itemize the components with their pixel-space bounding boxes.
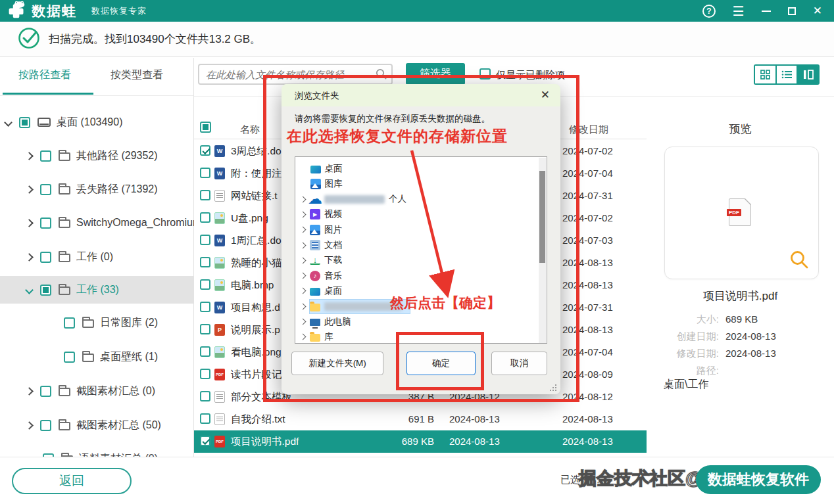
file-checkbox[interactable]: [200, 369, 210, 379]
tree-checkbox[interactable]: [40, 252, 51, 263]
tree-checkbox[interactable]: [40, 285, 51, 296]
expander-down-icon[interactable]: [25, 286, 34, 294]
dialog-scrollbar-thumb[interactable]: [539, 171, 545, 263]
dialog-tree-item[interactable]: 库: [298, 329, 337, 344]
scan-status-bar: 扫描完成。找到103490个文件共13.2 GB。: [0, 22, 834, 57]
expander-right-icon[interactable]: [300, 196, 307, 202]
expander-down-icon[interactable]: [4, 118, 12, 127]
file-checkbox[interactable]: [200, 436, 210, 446]
file-row[interactable]: PDF项目说明书.pdf689 KB2024-08-132024-08-13: [194, 430, 647, 453]
file-checkbox[interactable]: [200, 168, 210, 178]
preview-zoom-icon[interactable]: [789, 250, 809, 272]
column-header-modified[interactable]: 修改日期: [569, 124, 608, 136]
tree-item-label: 截图素材汇总 (0): [76, 384, 155, 398]
dialog-tree-item[interactable]: ♪音乐: [298, 268, 346, 283]
dialog-tree-item[interactable]: 此电脑: [298, 314, 355, 329]
expander-right-icon[interactable]: [300, 257, 307, 263]
tree-checkbox[interactable]: [19, 117, 30, 128]
file-checkbox[interactable]: [200, 413, 210, 424]
file-name: U盘.png: [231, 212, 268, 225]
sidebar-tree-item[interactable]: 截图素材汇总 (0): [0, 377, 194, 405]
file-checkbox[interactable]: [200, 190, 210, 200]
dialog-tree-item[interactable]: ▶视频: [298, 207, 346, 222]
tab-view-by-path[interactable]: 按路径查看: [18, 68, 71, 82]
file-checkbox[interactable]: [200, 302, 210, 312]
preview-field-label: 大小:: [647, 313, 719, 326]
expander-right-icon[interactable]: [300, 273, 307, 279]
dialog-tree-item[interactable]: ↓下载: [298, 253, 346, 268]
filter-button[interactable]: 筛选器: [406, 63, 465, 85]
column-view-button[interactable]: [798, 66, 818, 83]
sidebar-tree-item[interactable]: 桌面壁纸 (1): [0, 343, 194, 371]
file-row[interactable]: 自我介绍.txt691 B2024-08-132024-08-13: [194, 408, 647, 430]
file-type-icon-img: [214, 257, 225, 269]
show-deleted-only-checkbox[interactable]: [479, 68, 491, 80]
expander-right-icon[interactable]: [25, 152, 34, 160]
dialog-tree-item[interactable]: ☁个人: [298, 192, 410, 207]
tab-view-by-type[interactable]: 按类型查看: [110, 68, 163, 82]
tree-checkbox[interactable]: [40, 184, 51, 195]
file-checkbox[interactable]: [200, 145, 210, 156]
search-input[interactable]: [198, 64, 393, 85]
file-checkbox[interactable]: [200, 257, 210, 267]
select-all-checkbox[interactable]: [200, 122, 211, 133]
grid-view-button[interactable]: [755, 66, 777, 83]
menu-icon[interactable]: ☰: [733, 5, 745, 18]
dialog-close-icon[interactable]: ✕: [541, 88, 550, 102]
sidebar-tree-item[interactable]: 丢失路径 (71392): [0, 175, 194, 203]
tree-item-label: 日常图库 (2): [100, 316, 158, 330]
cancel-button[interactable]: 取消: [491, 352, 547, 375]
expander-right-icon[interactable]: [25, 219, 34, 227]
expander-right-icon[interactable]: [25, 185, 34, 194]
sidebar-tree-item[interactable]: 日常图库 (2): [0, 309, 194, 336]
dialog-tree-item[interactable]: 桌面: [298, 161, 347, 176]
tree-checkbox[interactable]: [40, 420, 51, 431]
expander-right-icon[interactable]: [300, 303, 307, 309]
dialog-tree-item[interactable]: [298, 299, 410, 314]
dialog-tree-item[interactable]: 图片: [298, 222, 346, 237]
expander-right-icon[interactable]: [25, 387, 34, 396]
close-icon[interactable]: ✕: [813, 4, 822, 18]
back-button[interactable]: 返回: [12, 468, 132, 494]
tree-checkbox[interactable]: [40, 218, 51, 229]
dialog-tree-item[interactable]: 文档: [298, 238, 346, 253]
expander-right-icon[interactable]: [300, 319, 307, 325]
sidebar-tree-item[interactable]: 其他路径 (29352): [0, 142, 194, 170]
dialog-resize-grip[interactable]: [549, 384, 557, 392]
preview-field-label: 创建日期:: [647, 331, 719, 343]
file-checkbox[interactable]: [200, 212, 210, 223]
tree-checkbox[interactable]: [64, 352, 75, 363]
file-modified-date: 2024-08-09: [562, 369, 641, 380]
file-checkbox[interactable]: [200, 346, 210, 357]
expander-right-icon[interactable]: [300, 288, 307, 294]
sidebar-tree-item[interactable]: 截图素材汇总 (50): [0, 411, 194, 439]
tree-checkbox[interactable]: [40, 150, 51, 162]
column-header-name[interactable]: 名称: [240, 124, 260, 136]
list-view-button[interactable]: [777, 66, 798, 83]
file-checkbox[interactable]: [200, 391, 210, 401]
file-checkbox[interactable]: [200, 324, 210, 334]
maximize-icon[interactable]: [788, 7, 796, 15]
sidebar-tree-item[interactable]: 工作 (33): [0, 276, 194, 304]
file-checkbox[interactable]: [200, 235, 210, 245]
tree-checkbox[interactable]: [64, 317, 75, 329]
sidebar-tree-item[interactable]: 工作 (0): [0, 243, 194, 271]
minimize-icon[interactable]: [762, 11, 771, 12]
ok-button[interactable]: 确定: [406, 352, 476, 375]
sidebar-tree-item[interactable]: SwitchyOmega_Chromiur: [0, 209, 194, 237]
dialog-tree-item[interactable]: 桌面: [298, 283, 346, 298]
expander-right-icon[interactable]: [300, 242, 307, 248]
sidebar-tree-item[interactable]: 桌面 (103490): [0, 108, 194, 136]
expander-right-icon[interactable]: [300, 211, 307, 218]
dialog-tree-label: 视频: [324, 208, 342, 220]
dialog-tree-item[interactable]: 图库: [298, 176, 347, 191]
drive-icon: [37, 118, 51, 127]
expander-right-icon[interactable]: [300, 334, 307, 340]
help-icon[interactable]: ?: [702, 5, 716, 18]
new-folder-button[interactable]: 新建文件夹(M): [291, 352, 383, 375]
expander-right-icon[interactable]: [300, 227, 307, 233]
file-checkbox[interactable]: [200, 279, 210, 290]
tree-checkbox[interactable]: [40, 386, 51, 397]
expander-right-icon[interactable]: [25, 253, 34, 262]
expander-right-icon[interactable]: [25, 421, 34, 430]
